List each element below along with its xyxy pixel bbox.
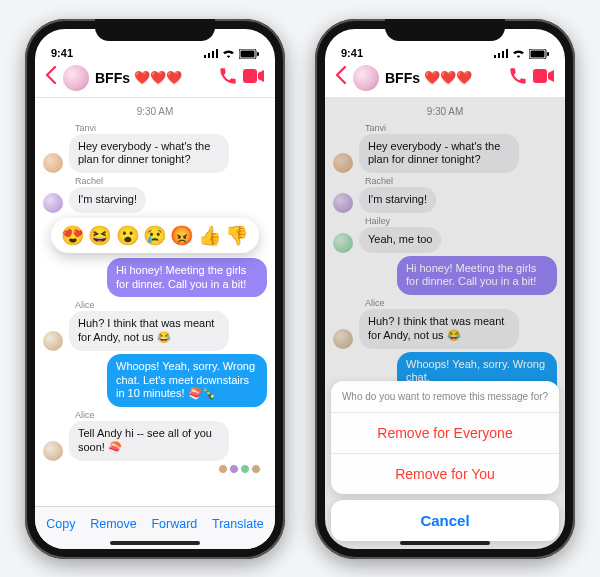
sender-name: Rachel [75, 176, 267, 186]
svg-rect-1 [241, 50, 255, 57]
reaction-angry[interactable]: 😡 [170, 224, 194, 247]
voice-call-button[interactable] [219, 67, 237, 89]
timestamp-label: 9:30 AM [43, 106, 267, 117]
message-bubble[interactable]: Hey everybody - what's the plan for dinn… [69, 134, 229, 174]
status-time: 9:41 [341, 47, 363, 59]
status-time: 9:41 [51, 47, 73, 59]
message-row: Tell Andy hi -- see all of you soon! 🍣 [43, 421, 267, 461]
message-bubble[interactable]: Huh? I think that was meant for Andy, no… [69, 311, 229, 351]
cellular-icon [204, 49, 218, 58]
message-row: Hey everybody - what's the plan for dinn… [43, 134, 267, 174]
screen-right: 9:41 BFFs ❤️❤️❤️ [325, 29, 565, 549]
home-indicator[interactable] [110, 541, 200, 545]
reaction-sad[interactable]: 😢 [143, 224, 167, 247]
chat-header: BFFs ❤️❤️❤️ [35, 61, 275, 98]
sender-avatar[interactable] [43, 193, 63, 213]
reaction-haha[interactable]: 😆 [88, 224, 112, 247]
phone-mockup-left: 9:41 BFFs ❤️❤️❤️ [25, 19, 285, 559]
back-button[interactable] [335, 66, 347, 89]
svg-rect-2 [257, 52, 259, 56]
voice-call-button[interactable] [509, 67, 527, 89]
phone-mockup-right: 9:41 BFFs ❤️❤️❤️ [315, 19, 575, 559]
sender-avatar[interactable] [43, 331, 63, 351]
chat-avatar[interactable] [63, 65, 89, 91]
hearts-icon: ❤️❤️❤️ [424, 70, 472, 85]
sender-name: Alice [75, 300, 267, 310]
screen-left: 9:41 BFFs ❤️❤️❤️ [35, 29, 275, 549]
message-bubble-own[interactable]: Hi honey! Meeting the girls for dinner. … [107, 258, 267, 298]
reaction-wow[interactable]: 😮 [116, 224, 140, 247]
message-row: I'm starving! [43, 187, 267, 213]
svg-rect-3 [243, 69, 257, 83]
chat-title-text: BFFs [385, 70, 420, 86]
reaction-love[interactable]: 😍 [61, 224, 85, 247]
sender-avatar[interactable] [43, 441, 63, 461]
translate-button[interactable]: Translate [212, 517, 264, 531]
notch [385, 19, 505, 41]
copy-button[interactable]: Copy [46, 517, 75, 531]
battery-icon [529, 49, 549, 59]
remove-for-everyone-button[interactable]: Remove for Everyone [331, 413, 559, 454]
action-sheet-prompt: Who do you want to remove this message f… [331, 381, 559, 413]
home-indicator[interactable] [400, 541, 490, 545]
svg-rect-7 [533, 69, 547, 83]
message-bubble[interactable]: I'm starving! [69, 187, 146, 213]
chat-avatar[interactable] [353, 65, 379, 91]
conversation[interactable]: 9:30 AM Tanvi Hey everybody - what's the… [325, 98, 565, 549]
reaction-thumbs-down[interactable]: 👎 [225, 224, 249, 247]
back-button[interactable] [45, 66, 57, 89]
action-sheet: Who do you want to remove this message f… [331, 381, 559, 541]
chat-title-text: BFFs [95, 70, 130, 86]
message-bubble[interactable]: Tell Andy hi -- see all of you soon! 🍣 [69, 421, 229, 461]
remove-for-you-button[interactable]: Remove for You [331, 454, 559, 494]
reaction-thumbs-up[interactable]: 👍 [198, 224, 222, 247]
forward-button[interactable]: Forward [151, 517, 197, 531]
battery-icon [239, 49, 259, 59]
hearts-icon: ❤️❤️❤️ [134, 70, 182, 85]
wifi-icon [222, 49, 235, 59]
message-row: Whoops! Yeah, sorry. Wrong chat. Let's m… [43, 354, 267, 407]
conversation[interactable]: 9:30 AM Tanvi Hey everybody - what's the… [35, 98, 275, 506]
notch [95, 19, 215, 41]
video-call-button[interactable] [533, 69, 555, 87]
sender-name: Tanvi [75, 123, 267, 133]
reaction-picker[interactable]: 😍 😆 😮 😢 😡 👍 👎 [51, 218, 259, 253]
message-row: Hi honey! Meeting the girls for dinner. … [43, 258, 267, 298]
svg-rect-6 [547, 52, 549, 56]
message-bubble-own[interactable]: Whoops! Yeah, sorry. Wrong chat. Let's m… [107, 354, 267, 407]
wifi-icon [512, 49, 525, 59]
sender-name: Alice [75, 410, 267, 420]
reaction-picker-anchor: 😍 😆 😮 😢 😡 👍 👎 [43, 216, 267, 258]
remove-button[interactable]: Remove [90, 517, 137, 531]
video-call-button[interactable] [243, 69, 265, 87]
sender-avatar[interactable] [43, 153, 63, 173]
chat-title[interactable]: BFFs ❤️❤️❤️ [95, 70, 182, 86]
cellular-icon [494, 49, 508, 58]
message-row: Huh? I think that was meant for Andy, no… [43, 311, 267, 351]
seen-indicators [43, 464, 267, 474]
chat-title[interactable]: BFFs ❤️❤️❤️ [385, 70, 472, 86]
chat-header: BFFs ❤️❤️❤️ [325, 61, 565, 98]
svg-rect-5 [531, 50, 545, 57]
cancel-button[interactable]: Cancel [331, 500, 559, 541]
